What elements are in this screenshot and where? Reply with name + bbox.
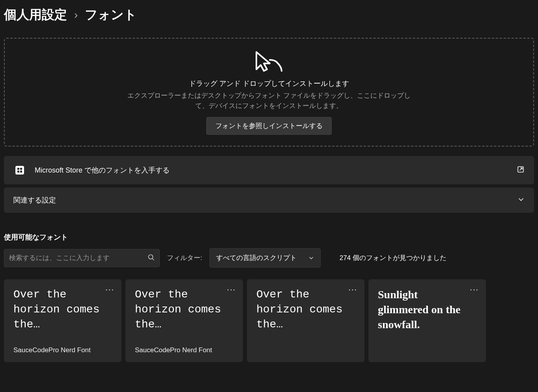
breadcrumb-current: フォント bbox=[85, 6, 137, 24]
svg-point-6 bbox=[149, 255, 153, 259]
font-name: SauceCodePro Nerd Font bbox=[13, 346, 112, 354]
font-card[interactable]: ··· Over the horizon comes the… SauceCod… bbox=[125, 279, 243, 362]
svg-rect-4 bbox=[20, 171, 22, 173]
related-card-label: 関連する設定 bbox=[13, 195, 509, 205]
fonts-found-count: 274 個のフォントが見つかりました bbox=[340, 253, 446, 262]
svg-rect-0 bbox=[15, 166, 24, 175]
more-icon[interactable]: ··· bbox=[348, 285, 357, 294]
dropzone-description: エクスプローラーまたはデスクトップからフォント ファイルをドラッグし、ここにドロ… bbox=[127, 91, 411, 111]
search-icon[interactable] bbox=[144, 251, 158, 266]
font-dropzone[interactable]: ドラッグ アンド ドロップしてインストールします エクスプローラーまたはデスクト… bbox=[4, 38, 534, 147]
filter-value: すべての言語のスクリプト bbox=[216, 253, 297, 262]
font-card[interactable]: ··· Sunlight glimmered on the snowfall. bbox=[368, 279, 486, 362]
filter-select[interactable]: すべての言語のスクリプト bbox=[209, 248, 321, 268]
more-icon[interactable]: ··· bbox=[227, 285, 236, 294]
font-preview: Over the horizon comes the… bbox=[13, 287, 112, 342]
font-preview: Sunlight glimmered on the snowfall. bbox=[378, 287, 476, 350]
font-name: SauceCodePro Nerd Font bbox=[135, 346, 234, 354]
related-settings-card[interactable]: 関連する設定 bbox=[4, 188, 534, 213]
more-icon[interactable]: ··· bbox=[470, 285, 479, 294]
font-card[interactable]: ··· Over the horizon comes the… SauceCod… bbox=[4, 279, 121, 362]
available-fonts-title: 使用可能なフォント bbox=[4, 232, 534, 242]
open-external-icon bbox=[517, 165, 525, 175]
store-icon bbox=[13, 164, 26, 176]
svg-rect-3 bbox=[17, 171, 19, 173]
chevron-right-icon: › bbox=[74, 9, 78, 21]
search-input[interactable] bbox=[9, 249, 144, 267]
store-fonts-card[interactable]: Microsoft Store で他のフォントを入手する bbox=[4, 156, 534, 184]
chevron-down-icon bbox=[308, 255, 314, 261]
dropzone-title: ドラッグ アンド ドロップしてインストールします bbox=[13, 79, 525, 88]
font-card[interactable]: ··· Over the horizon comes the… bbox=[247, 279, 364, 362]
more-icon[interactable]: ··· bbox=[105, 285, 114, 294]
fonts-toolbar: フィルター: すべての言語のスクリプト 274 個のフォントが見つかりました bbox=[4, 248, 534, 268]
chevron-down-icon bbox=[517, 196, 525, 204]
svg-rect-2 bbox=[20, 168, 22, 170]
svg-rect-1 bbox=[17, 168, 19, 170]
breadcrumb-parent[interactable]: 個人用設定 bbox=[4, 6, 67, 24]
font-preview: Over the horizon comes the… bbox=[135, 287, 234, 342]
font-grid: ··· Over the horizon comes the… SauceCod… bbox=[4, 279, 534, 362]
cursor-drop-icon bbox=[13, 50, 525, 76]
store-card-label: Microsoft Store で他のフォントを入手する bbox=[35, 165, 508, 175]
breadcrumb: 個人用設定 › フォント bbox=[4, 4, 534, 26]
filter-label: フィルター: bbox=[167, 253, 202, 262]
browse-install-button[interactable]: フォントを参照しインストールする bbox=[206, 117, 332, 135]
font-preview: Over the horizon comes the… bbox=[256, 287, 355, 350]
font-search-box[interactable] bbox=[4, 249, 160, 267]
